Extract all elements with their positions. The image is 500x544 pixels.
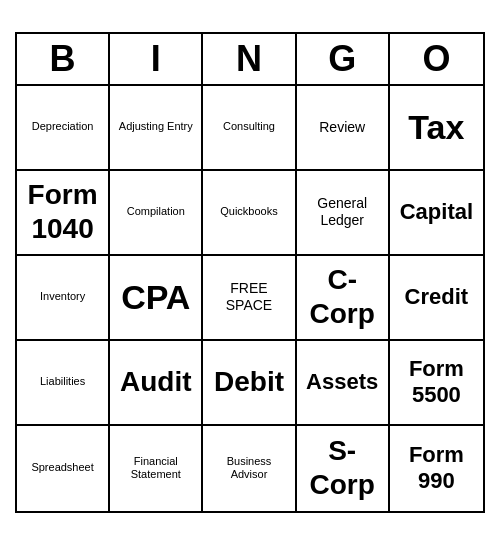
cell-text-3: Review [319,119,365,136]
cell-text-20: Spreadsheet [31,461,93,474]
bingo-cell-11: CPA [110,256,203,341]
cell-text-13: C-Corp [301,263,384,330]
cell-text-0: Depreciation [32,120,94,133]
cell-text-7: Quickbooks [220,205,277,218]
bingo-cell-23: S-Corp [297,426,390,511]
bingo-cell-18: Assets [297,341,390,426]
header-letter-n: N [203,34,296,84]
bingo-cell-21: Financial Statement [110,426,203,511]
cell-text-11: CPA [121,277,190,318]
header-letter-b: B [17,34,110,84]
bingo-cell-10: Inventory [17,256,110,341]
bingo-cell-17: Debit [203,341,296,426]
cell-text-5: Form 1040 [21,178,104,245]
header-letter-o: O [390,34,483,84]
cell-text-8: General Ledger [301,195,384,229]
header-letter-g: G [297,34,390,84]
bingo-cell-3: Review [297,86,390,171]
bingo-cell-7: Quickbooks [203,171,296,256]
bingo-cell-8: General Ledger [297,171,390,256]
bingo-header: BINGO [17,34,483,86]
bingo-grid: DepreciationAdjusting EntryConsultingRev… [17,86,483,511]
bingo-card: BINGO DepreciationAdjusting EntryConsult… [15,32,485,513]
cell-text-23: S-Corp [301,434,384,501]
bingo-cell-2: Consulting [203,86,296,171]
cell-text-1: Adjusting Entry [119,120,193,133]
bingo-cell-5: Form 1040 [17,171,110,256]
cell-text-2: Consulting [223,120,275,133]
cell-text-18: Assets [306,369,378,395]
bingo-cell-6: Compilation [110,171,203,256]
header-letter-i: I [110,34,203,84]
bingo-cell-15: Liabilities [17,341,110,426]
cell-text-19: Form 5500 [394,356,479,409]
cell-text-17: Debit [214,365,284,399]
cell-text-24: Form 990 [394,442,479,495]
cell-text-15: Liabilities [40,375,85,388]
cell-text-21: Financial Statement [114,455,197,481]
bingo-cell-9: Capital [390,171,483,256]
cell-text-22: Business Advisor [207,455,290,481]
cell-text-14: Credit [405,284,469,310]
bingo-cell-4: Tax [390,86,483,171]
cell-text-10: Inventory [40,290,85,303]
cell-text-6: Compilation [127,205,185,218]
bingo-cell-12: FREE SPACE [203,256,296,341]
bingo-cell-22: Business Advisor [203,426,296,511]
bingo-cell-0: Depreciation [17,86,110,171]
bingo-cell-16: Audit [110,341,203,426]
bingo-cell-24: Form 990 [390,426,483,511]
bingo-cell-19: Form 5500 [390,341,483,426]
cell-text-16: Audit [120,365,192,399]
cell-text-4: Tax [408,107,464,148]
bingo-cell-14: Credit [390,256,483,341]
bingo-cell-13: C-Corp [297,256,390,341]
bingo-cell-20: Spreadsheet [17,426,110,511]
cell-text-12: FREE SPACE [207,280,290,314]
bingo-cell-1: Adjusting Entry [110,86,203,171]
cell-text-9: Capital [400,199,473,225]
